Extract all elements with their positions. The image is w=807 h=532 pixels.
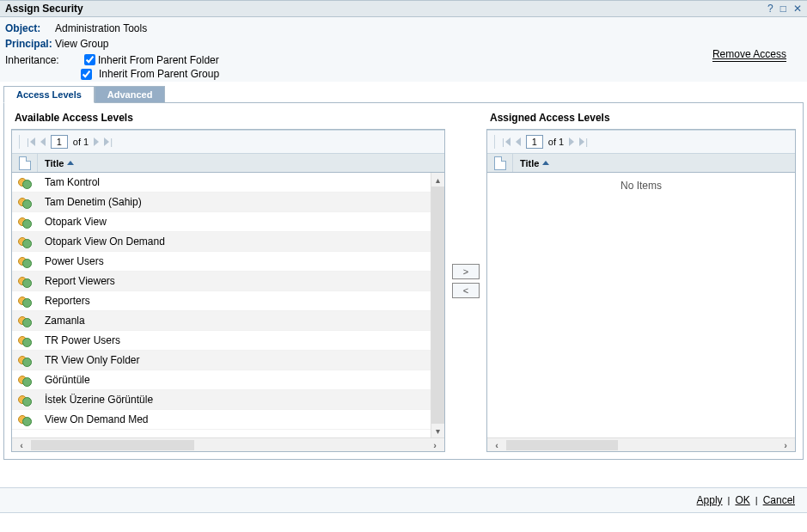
object-label: Object: xyxy=(5,22,55,34)
title-column-header[interactable]: Title xyxy=(38,158,81,168)
page-next-icon[interactable] xyxy=(569,138,574,146)
principal-label: Principal: xyxy=(5,38,55,50)
assigned-title: Assigned Access Levels xyxy=(486,110,796,129)
available-toolbar: of 1 xyxy=(12,130,444,154)
inheritance-label: Inheritance: xyxy=(5,54,81,66)
move-left-button[interactable]: < xyxy=(452,283,480,298)
list-item[interactable]: Power Users xyxy=(12,252,431,272)
assigned-column-header: Title xyxy=(487,154,795,173)
page-prev-icon[interactable] xyxy=(516,138,521,146)
list-item[interactable]: TR Power Users xyxy=(12,331,431,351)
list-item[interactable]: Report Viewers xyxy=(12,272,431,291)
page-of-label: of 1 xyxy=(548,137,564,147)
access-level-icon xyxy=(18,215,32,229)
inherit-parent-group-checkbox[interactable] xyxy=(81,69,92,80)
list-item[interactable]: İstek Üzerine Görüntüle xyxy=(12,390,431,410)
page-first-icon[interactable] xyxy=(502,137,510,147)
list-item-label: TR View Only Folder xyxy=(38,354,431,366)
ok-button[interactable]: OK xyxy=(735,494,749,506)
access-level-icon xyxy=(18,235,32,248)
list-item-label: Otopark View xyxy=(38,216,431,228)
hscroll-thumb[interactable] xyxy=(31,440,194,450)
access-level-icon xyxy=(18,314,32,327)
list-item[interactable]: Tam Denetim (Sahip) xyxy=(12,193,431,212)
list-item-label: Tam Kontrol xyxy=(38,176,431,188)
no-items-label: No Items xyxy=(487,173,795,199)
page-last-icon[interactable] xyxy=(104,137,113,147)
list-item[interactable]: Tam Kontrol xyxy=(12,173,431,193)
sort-asc-icon xyxy=(67,161,74,165)
principal-value: View Group xyxy=(55,38,108,50)
scroll-right-icon[interactable]: › xyxy=(776,440,795,450)
vertical-scrollbar[interactable]: ▴ ▾ xyxy=(431,173,444,437)
content-area: Available Access Levels of 1 Titl xyxy=(3,102,804,460)
scroll-down-icon[interactable]: ▾ xyxy=(431,424,444,437)
transfer-buttons: > < xyxy=(452,110,480,452)
list-item-label: Report Viewers xyxy=(38,275,431,287)
access-level-icon xyxy=(18,393,32,407)
titlebar: Assign Security ? □ ✕ xyxy=(0,0,807,17)
list-item-label: Power Users xyxy=(38,255,431,267)
available-title: Available Access Levels xyxy=(11,110,445,129)
title-column-header[interactable]: Title xyxy=(513,158,556,168)
page-prev-icon[interactable] xyxy=(40,138,46,146)
page-input[interactable] xyxy=(526,135,543,149)
help-icon[interactable]: ? xyxy=(767,3,773,15)
inherit-parent-folder-checkbox[interactable] xyxy=(84,54,95,65)
page-of-label: of 1 xyxy=(73,137,89,147)
list-item-label: View On Demand Med xyxy=(38,413,431,425)
access-level-icon xyxy=(18,353,32,367)
scroll-left-icon[interactable]: ‹ xyxy=(12,440,31,450)
assigned-list: No Items xyxy=(487,173,795,437)
list-item[interactable]: Görüntüle xyxy=(12,370,431,390)
move-right-button[interactable]: > xyxy=(452,264,480,279)
list-item[interactable]: Otopark View On Demand xyxy=(12,232,431,252)
list-item-label: İstek Üzerine Görüntüle xyxy=(38,394,431,406)
page-next-icon[interactable] xyxy=(94,138,99,146)
list-item[interactable]: Zamanla xyxy=(12,311,431,331)
tab-advanced[interactable]: Advanced xyxy=(95,86,166,103)
list-item-label: Otopark View On Demand xyxy=(38,235,431,248)
hscroll-thumb[interactable] xyxy=(506,440,618,450)
scroll-thumb[interactable] xyxy=(431,187,444,424)
access-level-icon xyxy=(18,195,32,209)
list-item[interactable]: Reporters xyxy=(12,291,431,311)
inherit-parent-folder-label: Inherit From Parent Folder xyxy=(98,54,219,66)
scroll-left-icon[interactable]: ‹ xyxy=(487,440,506,450)
document-icon xyxy=(494,156,506,170)
maximize-icon[interactable]: □ xyxy=(780,3,786,15)
list-item-label: Görüntüle xyxy=(38,374,431,386)
inherit-parent-group-label: Inherit From Parent Group xyxy=(99,68,219,80)
assigned-toolbar: of 1 xyxy=(487,130,795,154)
access-level-icon xyxy=(18,413,32,426)
page-last-icon[interactable] xyxy=(579,137,588,147)
apply-button[interactable]: Apply xyxy=(697,494,723,506)
access-level-icon xyxy=(18,175,32,189)
page-input[interactable] xyxy=(51,135,68,149)
access-level-icon xyxy=(18,333,32,347)
access-level-icon xyxy=(18,274,32,288)
available-column-header: Title xyxy=(12,154,444,173)
scroll-right-icon[interactable]: › xyxy=(425,440,444,450)
footer: Apply | OK | Cancel xyxy=(0,487,807,513)
cancel-button[interactable]: Cancel xyxy=(763,494,795,506)
tabs: Access Levels Advanced xyxy=(0,85,807,102)
list-item-label: Zamanla xyxy=(38,315,431,327)
access-level-icon xyxy=(18,373,32,387)
access-level-icon xyxy=(18,294,32,308)
access-level-icon xyxy=(18,254,32,268)
document-icon xyxy=(19,156,31,170)
list-item[interactable]: TR View Only Folder xyxy=(12,351,431,370)
close-icon[interactable]: ✕ xyxy=(793,3,802,15)
object-value: Administration Tools xyxy=(55,22,147,34)
list-item[interactable]: View On Demand Med xyxy=(12,410,431,430)
list-item-label: TR Power Users xyxy=(38,334,431,346)
page-first-icon[interactable] xyxy=(27,137,35,147)
list-item[interactable]: Otopark View xyxy=(12,212,431,232)
available-list: Tam KontrolTam Denetim (Sahip)Otopark Vi… xyxy=(12,173,431,437)
remove-access-link[interactable]: Remove Access xyxy=(712,48,786,62)
horizontal-scrollbar[interactable]: ‹ › xyxy=(487,437,795,451)
scroll-up-icon[interactable]: ▴ xyxy=(431,173,444,187)
horizontal-scrollbar[interactable]: ‹ › xyxy=(12,437,444,451)
tab-access-levels[interactable]: Access Levels xyxy=(3,86,95,103)
